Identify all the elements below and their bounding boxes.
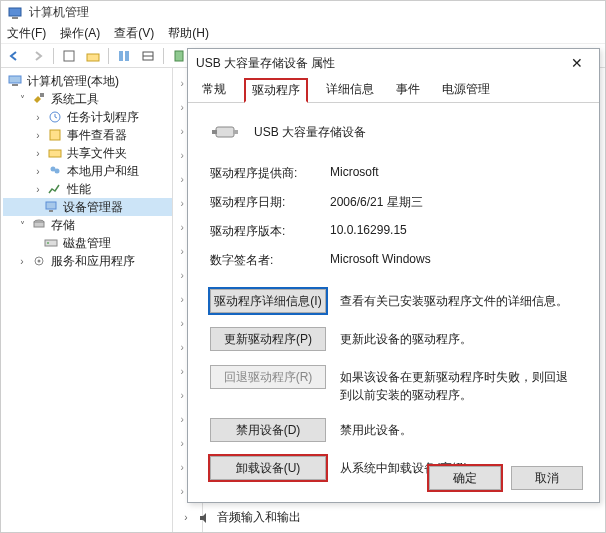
rollback-driver-button: 回退驱动程序(R)	[210, 365, 326, 389]
nav-back-button[interactable]	[3, 46, 25, 66]
tree-shared-folders[interactable]: › 共享文件夹	[3, 144, 172, 162]
tab-general[interactable]: 常规	[198, 77, 230, 102]
folder-icon	[47, 145, 63, 161]
title-bar: 计算机管理	[1, 1, 605, 24]
device-header: USB 大容量存储设备	[210, 117, 577, 147]
svg-rect-1	[12, 17, 18, 19]
svg-rect-23	[45, 240, 57, 246]
tree-task-scheduler[interactable]: › 任务计划程序	[3, 108, 172, 126]
svg-rect-0	[9, 8, 21, 16]
svg-point-24	[47, 242, 49, 244]
tab-events[interactable]: 事件	[392, 77, 424, 102]
signer-label: 数字签名者:	[210, 252, 330, 269]
svg-rect-19	[46, 202, 56, 209]
expand-icon[interactable]: ›	[17, 256, 27, 267]
dialog-titlebar[interactable]: USB 大容量存储设备 属性 ✕	[188, 49, 599, 77]
row-signer: 数字签名者: Microsoft Windows	[210, 252, 577, 269]
row-date: 驱动程序日期: 2006/6/21 星期三	[210, 194, 577, 211]
menu-file[interactable]: 文件(F)	[7, 25, 46, 42]
expand-icon[interactable]: ›	[33, 130, 43, 141]
clock-icon	[47, 109, 63, 125]
svg-rect-46	[233, 130, 238, 134]
menu-help[interactable]: 帮助(H)	[168, 25, 209, 42]
date-value: 2006/6/21 星期三	[330, 194, 577, 211]
date-label: 驱动程序日期:	[210, 194, 330, 211]
svg-rect-4	[119, 51, 123, 61]
tree-disk-management[interactable]: 磁盘管理	[3, 234, 172, 252]
services-icon	[31, 253, 47, 269]
expand-icon[interactable]: ›	[33, 166, 43, 177]
rollback-driver-desc: 如果该设备在更新驱动程序时失败，则回退到以前安装的驱动程序。	[340, 365, 577, 404]
svg-rect-8	[175, 51, 183, 61]
cancel-button[interactable]: 取消	[511, 466, 583, 490]
row-driver-details: 驱动程序详细信息(I) 查看有关已安装驱动程序文件的详细信息。	[210, 289, 577, 313]
expand-icon[interactable]: ›	[181, 512, 191, 523]
tab-driver[interactable]: 驱动程序	[244, 78, 308, 103]
update-driver-button[interactable]: 更新驱动程序(P)	[210, 327, 326, 351]
tabs: 常规 驱动程序 详细信息 事件 电源管理	[188, 77, 599, 103]
close-button[interactable]: ✕	[563, 52, 591, 74]
toolbar-btn-2[interactable]	[82, 46, 104, 66]
device-name: USB 大容量存储设备	[254, 124, 366, 141]
dialog-body: USB 大容量存储设备 驱动程序提供商: Microsoft 驱动程序日期: 2…	[188, 103, 599, 480]
provider-value: Microsoft	[330, 165, 577, 182]
tree-services-apps[interactable]: › 服务和应用程序	[3, 252, 172, 270]
menu-action[interactable]: 操作(A)	[60, 25, 100, 42]
console-tree[interactable]: 计算机管理(本地) ˅ 系统工具 › 任务计划程序 › 事件查看器 › 共享文件…	[1, 68, 173, 532]
expand-icon[interactable]: ›	[33, 184, 43, 195]
svg-point-18	[55, 169, 60, 174]
provider-label: 驱动程序提供商:	[210, 165, 330, 182]
svg-rect-5	[125, 51, 129, 61]
device-mgr-icon	[43, 199, 59, 215]
version-label: 驱动程序版本:	[210, 223, 330, 240]
disk-icon	[43, 235, 59, 251]
event-icon	[47, 127, 63, 143]
toolbar-btn-1[interactable]	[58, 46, 80, 66]
svg-rect-44	[216, 127, 234, 137]
tree-device-manager[interactable]: 设备管理器	[3, 198, 172, 216]
toolbar-btn-4[interactable]	[137, 46, 159, 66]
nav-forward-button[interactable]	[27, 46, 49, 66]
svg-rect-11	[9, 76, 21, 83]
bottom-node[interactable]: › 音频输入和输出	[181, 509, 301, 526]
row-provider: 驱动程序提供商: Microsoft	[210, 165, 577, 182]
tab-details[interactable]: 详细信息	[322, 77, 378, 102]
disable-device-desc: 禁用此设备。	[340, 418, 577, 439]
svg-rect-20	[49, 210, 53, 212]
menu-view[interactable]: 查看(V)	[114, 25, 154, 42]
expand-icon[interactable]: ˅	[17, 94, 27, 105]
svg-rect-16	[49, 150, 61, 157]
usb-device-icon	[210, 117, 240, 147]
expand-icon[interactable]: ›	[33, 112, 43, 123]
driver-details-button[interactable]: 驱动程序详细信息(I)	[210, 289, 326, 313]
tree-event-viewer[interactable]: › 事件查看器	[3, 126, 172, 144]
ok-button[interactable]: 确定	[429, 466, 501, 490]
toolbar-btn-3[interactable]	[113, 46, 135, 66]
tree-storage[interactable]: ˅ 存储	[3, 216, 172, 234]
dialog-title: USB 大容量存储设备 属性	[196, 55, 335, 72]
tab-power[interactable]: 电源管理	[438, 77, 494, 102]
users-icon	[47, 163, 63, 179]
version-value: 10.0.16299.15	[330, 223, 577, 240]
svg-rect-22	[34, 222, 44, 227]
tree-local-users[interactable]: › 本地用户和组	[3, 162, 172, 180]
svg-point-26	[38, 260, 41, 263]
tree-root[interactable]: 计算机管理(本地)	[3, 72, 172, 90]
expand-icon[interactable]: ›	[33, 148, 43, 159]
audio-icon	[197, 511, 211, 525]
tree-system-tools[interactable]: ˅ 系统工具	[3, 90, 172, 108]
menu-bar: 文件(F) 操作(A) 查看(V) 帮助(H)	[1, 24, 605, 44]
svg-rect-3	[87, 54, 99, 61]
tools-icon	[31, 91, 47, 107]
svg-rect-12	[12, 84, 18, 86]
uninstall-device-button[interactable]: 卸载设备(U)	[210, 456, 326, 480]
tree-performance[interactable]: › 性能	[3, 180, 172, 198]
computer-icon	[7, 73, 23, 89]
dialog-footer: 确定 取消	[429, 466, 583, 490]
collapse-icon[interactable]: ˅	[17, 220, 27, 231]
update-driver-desc: 更新此设备的驱动程序。	[340, 327, 577, 348]
storage-icon	[31, 217, 47, 233]
svg-rect-2	[64, 51, 74, 61]
device-properties-dialog: USB 大容量存储设备 属性 ✕ 常规 驱动程序 详细信息 事件 电源管理 US…	[187, 48, 600, 503]
disable-device-button[interactable]: 禁用设备(D)	[210, 418, 326, 442]
